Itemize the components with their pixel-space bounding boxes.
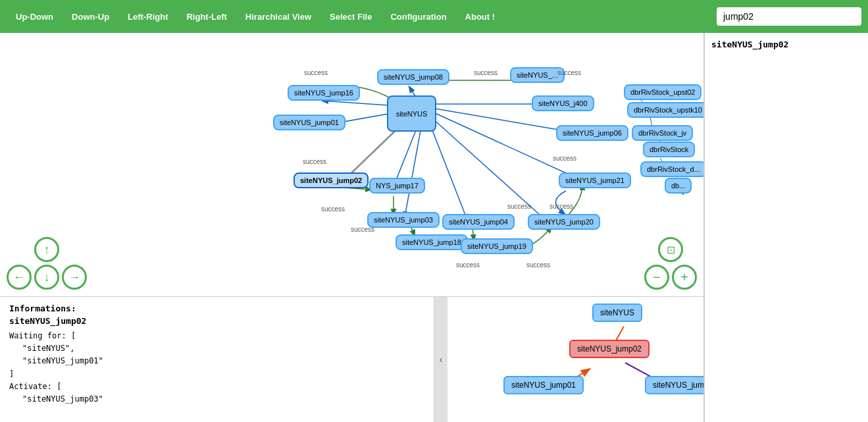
collapse-button[interactable]: ‹ [434,297,447,422]
main-layout: siteNYUS siteNYUS_jump08 siteNYUS_jump16… [0,33,868,422]
sidebar-title: siteNYUS_jump02 [711,40,861,49]
mini-node-jump01[interactable]: siteNYUS_jump01 [503,376,584,394]
activate-item-1: "siteNYUS_jump03" [22,393,424,406]
top-navigation: Up-Down Down-Up Left-Right Right-Left Hi… [0,0,868,33]
nav-down-button[interactable]: ↓ [34,265,59,290]
waiting-item-2: "siteNYUS_jump01" [22,355,424,367]
svg-line-6 [428,119,467,220]
edge-label-2: success [474,69,498,76]
bottom-section: Informations: siteNYUS_jump02 Waiting fo… [0,297,703,422]
graph-node-jump18[interactable]: siteNYUS_jump18 [396,234,468,250]
nav-down-up[interactable]: Down-Up [63,0,118,33]
graph-node-dbrRivStock[interactable]: dbrRivStock [643,142,695,157]
edge-label-5: success [303,158,326,165]
mini-node-jump02[interactable]: siteNYUS_jump02 [569,340,650,358]
svg-line-8 [432,112,579,179]
nav-left-right[interactable]: Left-Right [118,0,177,33]
graph-svg [0,33,703,296]
graph-node-jump04[interactable]: siteNYUS_jump04 [442,214,515,230]
edge-label-7: success [351,226,374,233]
nav-up-button[interactable]: ↑ [34,237,59,262]
edge-label-9: success [549,203,573,210]
search-input[interactable] [717,7,861,26]
mini-graph-svg [447,297,703,422]
waiting-for-label: Waiting for: [ [9,330,424,342]
nav-right-left[interactable]: Right-Left [177,0,236,33]
edge-label-6: success [321,205,345,213]
graph-node-jump17[interactable]: NYS_jump17 [369,178,425,194]
edge-label-4: success [553,155,576,162]
fit-button[interactable]: ⊡ [658,237,683,262]
graph-node-dbrRivStock-upstk10[interactable]: dbrRivStock_upstk10 [627,102,703,118]
mini-node-jump03[interactable]: siteNYUS_jump03 [645,376,703,394]
zoom-controls: ⊡ − + [644,237,697,290]
graph-node-j400[interactable]: siteNYUS_j400 [532,95,594,111]
nav-controls: ↑ ← ↓ → [7,237,87,290]
info-panel: Informations: siteNYUS_jump02 Waiting fo… [0,297,434,422]
graph-node-jump01[interactable]: siteNYUS_jump01 [273,115,345,130]
left-panel: siteNYUS siteNYUS_jump08 siteNYUS_jump16… [0,33,703,422]
graph-node-jump21[interactable]: siteNYUS_jump21 [559,172,631,188]
nav-select-file[interactable]: Select File [320,0,381,33]
info-node-name: siteNYUS_jump02 [9,316,424,326]
graph-node-jump20[interactable]: siteNYUS_jump20 [528,214,600,230]
graph-area[interactable]: siteNYUS siteNYUS_jump08 siteNYUS_jump16… [0,33,703,297]
edge-label-11: success [526,261,550,269]
edge-label-8: success [507,203,531,210]
svg-line-5 [405,120,422,217]
edge-label-10: success [456,261,480,269]
right-sidebar: siteNYUS_jump02 [703,33,868,422]
nav-right-button[interactable]: → [62,265,87,290]
info-content: Waiting for: [ "siteNYUS", "siteNYUS_jum… [9,330,424,406]
edge-label-3: success [557,69,581,76]
graph-node-jump03[interactable]: siteNYUS_jump03 [367,212,440,228]
nav-configuration[interactable]: Configuration [381,0,455,33]
activate-label: Activate: [ [9,381,424,393]
graph-node-siteNYUS[interactable]: siteNYUS [387,95,436,132]
zoom-out-button[interactable]: − [644,265,669,290]
edge-label-1: success [304,69,328,76]
graph-node-db-extra[interactable]: db... [665,178,692,194]
nav-left-button[interactable]: ← [7,265,32,290]
graph-node-dbrRivStock-d[interactable]: dbrRivStock_d... [640,161,703,177]
graph-node-dbrRivStock-jv[interactable]: dbrRivStock_jv [632,125,693,141]
graph-node-jump16[interactable]: siteNYUS_jump16 [288,85,360,101]
graph-node-jump08[interactable]: siteNYUS_jump08 [377,69,449,85]
graph-node-jump06[interactable]: siteNYUS_jump06 [556,125,628,141]
graph-node-jump-extra[interactable]: siteNYUS_... [510,67,565,83]
graph-node-jump02[interactable]: siteNYUS_jump02 [294,172,369,188]
zoom-in-button[interactable]: + [672,265,697,290]
nav-up-down[interactable]: Up-Down [7,0,63,33]
nav-about[interactable]: About ! [456,0,504,33]
nav-hierarchical[interactable]: Hirarchical View [236,0,320,33]
mini-graph[interactable]: siteNYUS siteNYUS_jump02 siteNYUS_jump01… [447,297,703,422]
info-title: Informations: [9,303,424,313]
graph-node-jump19[interactable]: siteNYUS_jump19 [461,238,533,254]
graph-node-dbrRivStock-upst02[interactable]: dbrRivStock_upst02 [624,84,702,100]
mini-node-siteNYUS[interactable]: siteNYUS [592,303,642,322]
waiting-close: ] [9,368,424,381]
waiting-item-1: "siteNYUS", [22,342,424,355]
